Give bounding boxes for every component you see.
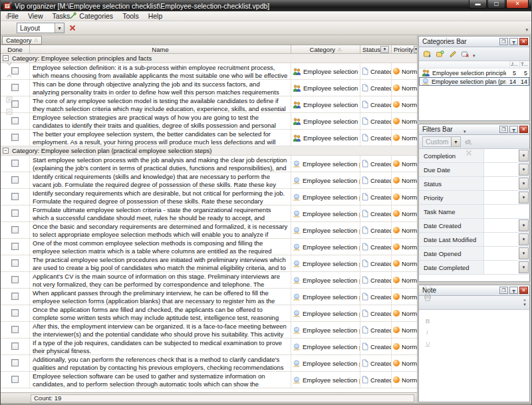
task-done-checkbox[interactable] (11, 326, 19, 333)
new-subcategory-button[interactable] (434, 49, 446, 60)
title-bar[interactable]: Vip organizer [M:\Employee selection che… (1, 0, 531, 11)
italic-button[interactable]: I (421, 326, 434, 337)
bold-button[interactable]: B (421, 315, 434, 326)
group-by-category-chip[interactable]: Category △ (2, 36, 42, 45)
collapse-all-button[interactable] (3, 106, 15, 118)
task-row[interactable]: The practical employee selection procedu… (1, 255, 417, 272)
close-panel-icon[interactable]: ✕ (519, 38, 528, 45)
task-done-checkbox[interactable] (11, 359, 19, 366)
filter-dropdown-button[interactable]: ▼ (519, 150, 529, 162)
group-header-row[interactable]: −Category: Employee selection plan (prac… (1, 146, 417, 156)
filter-value-field[interactable] (484, 261, 518, 274)
column-header-category[interactable]: Category△ (291, 45, 360, 53)
task-row[interactable]: After this, the employment interview can… (1, 322, 417, 338)
task-row[interactable]: Once the basic and secondary requirement… (1, 222, 417, 239)
filter-dropdown-button[interactable]: ▼ (519, 164, 529, 176)
close-button[interactable]: ✕ (506, 0, 529, 9)
close-panel-icon[interactable]: ✕ (519, 287, 528, 294)
task-done-checkbox[interactable] (11, 293, 19, 300)
task-row[interactable]: Identify secondary requirements which ar… (1, 189, 417, 205)
clear-filter-button[interactable] (462, 136, 475, 148)
task-done-checkbox[interactable] (11, 276, 19, 283)
delete-filter-button[interactable] (462, 148, 475, 159)
column-header-done[interactable]: Done (1, 45, 30, 53)
toolbar-overflow-icon[interactable]: ▾ (462, 129, 467, 134)
task-done-checkbox[interactable] (11, 176, 19, 184)
filter-dropdown-button[interactable]: ▼ (519, 192, 529, 203)
filter-value-field[interactable] (484, 233, 518, 246)
status-filter-button[interactable]: ▼ (380, 46, 389, 53)
task-done-checkbox[interactable] (11, 117, 19, 124)
task-row[interactable]: Once the application forms are filled an… (1, 305, 417, 322)
task-row[interactable]: The better your employee selection syste… (1, 130, 417, 146)
filter-dropdown-button[interactable]: ▼ (519, 261, 529, 273)
layout-combobox-dropdown[interactable]: ▼ (55, 23, 64, 33)
filter-value-field[interactable] (484, 205, 529, 218)
filter-value-field[interactable] (484, 219, 518, 232)
task-done-checkbox[interactable] (11, 193, 19, 200)
task-done-checkbox[interactable] (11, 160, 19, 167)
note-editor[interactable] (419, 310, 529, 402)
filter-value-field[interactable] (484, 177, 518, 190)
move-down-button[interactable] (3, 58, 15, 70)
task-done-checkbox[interactable] (11, 376, 19, 383)
collapse-group-icon[interactable]: − (3, 148, 9, 154)
menu-categories[interactable]: Categories (74, 11, 118, 21)
column-header-name[interactable]: Name (30, 45, 291, 53)
task-done-checkbox[interactable] (11, 209, 19, 217)
categories-bar-header[interactable]: Categories Bar ❐ ┳ ✕ (419, 37, 529, 47)
task-done-checkbox[interactable] (11, 226, 19, 233)
task-row[interactable]: The core of any employee selection model… (1, 96, 417, 113)
task-row[interactable]: Identify critical requirements (skills a… (1, 172, 417, 189)
pin-panel-icon[interactable]: ┳ (509, 38, 518, 45)
menu-view[interactable]: View (23, 11, 48, 21)
float-panel-icon[interactable]: ❐ (499, 126, 508, 133)
task-row[interactable]: Start employee selection process with th… (1, 156, 417, 172)
pin-panel-icon[interactable]: ┳ (509, 287, 518, 294)
move-up-button[interactable] (3, 70, 15, 82)
close-panel-icon[interactable]: ✕ (519, 126, 528, 133)
task-row[interactable]: Employee selection definition: it is a s… (1, 63, 417, 80)
delete-task-button[interactable] (3, 10, 15, 22)
task-row[interactable]: If a type of the job requires, candidate… (1, 338, 417, 355)
task-row[interactable]: Employee selection software can be used … (1, 372, 417, 388)
filter-preset-dropdown[interactable]: ▼ (451, 137, 460, 146)
new-category-button[interactable] (421, 49, 434, 60)
task-row[interactable]: This can be done through objective analy… (1, 80, 417, 96)
float-panel-icon[interactable]: ❐ (499, 287, 508, 294)
delete-category-button[interactable] (459, 49, 471, 60)
filter-dropdown-button[interactable]: ▼ (519, 178, 529, 190)
underline-button[interactable]: U (421, 337, 434, 348)
task-done-checkbox[interactable] (11, 84, 19, 91)
layout-combobox[interactable]: Layout ▼ (17, 23, 65, 33)
toolbar-overflow-icon[interactable]: »▾ (523, 299, 527, 307)
edit-task-button[interactable] (3, 0, 15, 10)
pin-panel-icon[interactable]: ┳ (509, 126, 518, 133)
minimize-button[interactable]: ▬ (469, 0, 487, 9)
task-done-checkbox[interactable] (11, 342, 19, 350)
menu-help[interactable]: Help (144, 11, 168, 21)
group-header-row[interactable]: −Category: Employee selection principles… (1, 54, 417, 63)
task-row[interactable]: Employee selection strategies are practi… (1, 113, 417, 130)
filter-value-field[interactable] (484, 163, 518, 176)
task-row[interactable]: One of the most common employee selectio… (1, 239, 417, 255)
task-row[interactable]: When applicant passes through the prelim… (1, 289, 417, 305)
maximize-button[interactable]: ▢ (487, 0, 505, 9)
customize-layout-button[interactable] (66, 10, 78, 22)
page-button[interactable] (421, 285, 434, 291)
edit-category-button[interactable] (446, 49, 459, 60)
task-done-checkbox[interactable] (11, 134, 19, 141)
task-done-checkbox[interactable] (11, 243, 19, 250)
print-button[interactable] (421, 291, 434, 303)
filter-dropdown-button[interactable]: ▼ (519, 233, 529, 245)
float-panel-icon[interactable]: ❐ (499, 38, 508, 45)
filter-dropdown-button[interactable]: ▼ (519, 219, 529, 231)
filter-value-field[interactable] (484, 191, 518, 204)
toolbar-overflow-icon[interactable]: ▾ (471, 51, 477, 61)
filter-value-field[interactable] (484, 247, 518, 260)
task-done-checkbox[interactable] (11, 309, 19, 317)
task-row[interactable]: Applicant's CV is the main source of inf… (1, 272, 417, 289)
column-header-priority[interactable]: Priority▼ (392, 45, 417, 53)
toolbar-overflow-icon[interactable]: ▾ (524, 25, 529, 35)
delete-layout-button[interactable] (66, 22, 78, 34)
